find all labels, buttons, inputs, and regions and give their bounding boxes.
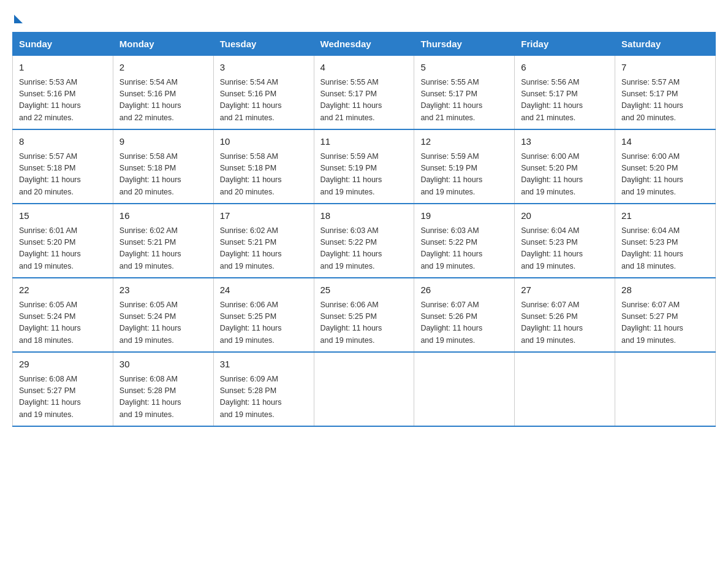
header-row: SundayMondayTuesdayWednesdayThursdayFrid… <box>13 33 716 56</box>
day-cell: 31 Sunrise: 6:09 AM Sunset: 5:28 PM Dayl… <box>213 352 314 426</box>
day-number: 15 <box>19 209 107 223</box>
day-cell <box>414 352 515 426</box>
day-info: Sunrise: 5:55 AM Sunset: 5:17 PM Dayligh… <box>320 77 408 124</box>
day-cell: 1 Sunrise: 5:53 AM Sunset: 5:16 PM Dayli… <box>13 56 113 130</box>
day-cell: 19 Sunrise: 6:03 AM Sunset: 5:22 PM Dayl… <box>414 204 515 278</box>
day-cell: 21 Sunrise: 6:04 AM Sunset: 5:23 PM Dayl… <box>615 204 716 278</box>
day-cell: 6 Sunrise: 5:56 AM Sunset: 5:17 PM Dayli… <box>515 56 615 130</box>
page-header <box>12 12 716 21</box>
day-info: Sunrise: 6:07 AM Sunset: 5:27 PM Dayligh… <box>621 299 709 347</box>
day-info: Sunrise: 6:08 AM Sunset: 5:27 PM Dayligh… <box>19 373 107 421</box>
day-cell: 22 Sunrise: 6:05 AM Sunset: 5:24 PM Dayl… <box>13 278 113 352</box>
day-number: 12 <box>420 135 508 149</box>
day-cell <box>314 352 414 426</box>
day-info: Sunrise: 6:03 AM Sunset: 5:22 PM Dayligh… <box>320 225 408 273</box>
day-cell: 10 Sunrise: 5:58 AM Sunset: 5:18 PM Dayl… <box>213 129 314 204</box>
day-info: Sunrise: 5:58 AM Sunset: 5:18 PM Dayligh… <box>220 151 308 199</box>
day-cell: 2 Sunrise: 5:54 AM Sunset: 5:16 PM Dayli… <box>113 56 213 130</box>
day-number: 1 <box>19 61 107 75</box>
day-cell: 15 Sunrise: 6:01 AM Sunset: 5:20 PM Dayl… <box>13 204 113 278</box>
day-cell: 28 Sunrise: 6:07 AM Sunset: 5:27 PM Dayl… <box>615 278 716 352</box>
day-number: 23 <box>119 283 207 297</box>
day-info: Sunrise: 6:08 AM Sunset: 5:28 PM Dayligh… <box>119 373 207 421</box>
day-info: Sunrise: 5:58 AM Sunset: 5:18 PM Dayligh… <box>119 151 207 199</box>
day-info: Sunrise: 6:07 AM Sunset: 5:26 PM Dayligh… <box>420 299 508 347</box>
day-cell: 18 Sunrise: 6:03 AM Sunset: 5:22 PM Dayl… <box>314 204 414 278</box>
calendar-header: SundayMondayTuesdayWednesdayThursdayFrid… <box>13 33 716 56</box>
day-info: Sunrise: 5:59 AM Sunset: 5:19 PM Dayligh… <box>320 151 408 199</box>
day-info: Sunrise: 6:02 AM Sunset: 5:21 PM Dayligh… <box>220 225 308 273</box>
day-info: Sunrise: 5:59 AM Sunset: 5:19 PM Dayligh… <box>420 151 508 199</box>
day-cell: 12 Sunrise: 5:59 AM Sunset: 5:19 PM Dayl… <box>414 129 515 204</box>
day-info: Sunrise: 6:05 AM Sunset: 5:24 PM Dayligh… <box>19 299 107 347</box>
day-cell: 3 Sunrise: 5:54 AM Sunset: 5:16 PM Dayli… <box>213 56 314 130</box>
day-info: Sunrise: 6:00 AM Sunset: 5:20 PM Dayligh… <box>621 151 709 199</box>
day-number: 29 <box>19 358 107 372</box>
day-cell <box>615 352 716 426</box>
day-number: 6 <box>521 61 609 75</box>
day-cell: 4 Sunrise: 5:55 AM Sunset: 5:17 PM Dayli… <box>314 56 414 130</box>
day-info: Sunrise: 6:04 AM Sunset: 5:23 PM Dayligh… <box>621 225 709 273</box>
calendar-table: SundayMondayTuesdayWednesdayThursdayFrid… <box>12 32 716 427</box>
day-cell: 8 Sunrise: 5:57 AM Sunset: 5:18 PM Dayli… <box>13 129 113 204</box>
day-cell: 17 Sunrise: 6:02 AM Sunset: 5:21 PM Dayl… <box>213 204 314 278</box>
week-row-1: 1 Sunrise: 5:53 AM Sunset: 5:16 PM Dayli… <box>13 56 716 130</box>
day-number: 20 <box>521 209 609 223</box>
day-info: Sunrise: 6:09 AM Sunset: 5:28 PM Dayligh… <box>220 373 308 421</box>
day-cell: 9 Sunrise: 5:58 AM Sunset: 5:18 PM Dayli… <box>113 129 213 204</box>
day-info: Sunrise: 6:07 AM Sunset: 5:26 PM Dayligh… <box>521 299 609 347</box>
day-cell: 23 Sunrise: 6:05 AM Sunset: 5:24 PM Dayl… <box>113 278 213 352</box>
week-row-4: 22 Sunrise: 6:05 AM Sunset: 5:24 PM Dayl… <box>13 278 716 352</box>
day-number: 18 <box>320 209 408 223</box>
day-number: 31 <box>220 358 308 372</box>
day-info: Sunrise: 6:06 AM Sunset: 5:25 PM Dayligh… <box>220 299 308 347</box>
week-row-5: 29 Sunrise: 6:08 AM Sunset: 5:27 PM Dayl… <box>13 352 716 426</box>
day-info: Sunrise: 6:01 AM Sunset: 5:20 PM Dayligh… <box>19 225 107 273</box>
day-number: 27 <box>521 283 609 297</box>
day-info: Sunrise: 5:53 AM Sunset: 5:16 PM Dayligh… <box>19 77 107 124</box>
day-cell: 24 Sunrise: 6:06 AM Sunset: 5:25 PM Dayl… <box>213 278 314 352</box>
logo-triangle-icon <box>14 15 23 23</box>
day-number: 14 <box>621 135 709 149</box>
day-info: Sunrise: 5:54 AM Sunset: 5:16 PM Dayligh… <box>119 77 207 124</box>
day-info: Sunrise: 6:00 AM Sunset: 5:20 PM Dayligh… <box>521 151 609 199</box>
day-number: 2 <box>119 61 207 75</box>
day-number: 25 <box>320 283 408 297</box>
day-number: 30 <box>119 358 207 372</box>
day-cell: 16 Sunrise: 6:02 AM Sunset: 5:21 PM Dayl… <box>113 204 213 278</box>
day-cell: 5 Sunrise: 5:55 AM Sunset: 5:17 PM Dayli… <box>414 56 515 130</box>
day-number: 10 <box>220 135 308 149</box>
calendar-body: 1 Sunrise: 5:53 AM Sunset: 5:16 PM Dayli… <box>13 56 716 427</box>
day-info: Sunrise: 6:05 AM Sunset: 5:24 PM Dayligh… <box>119 299 207 347</box>
header-cell-sunday: Sunday <box>13 33 113 56</box>
day-number: 9 <box>119 135 207 149</box>
day-number: 16 <box>119 209 207 223</box>
day-number: 21 <box>621 209 709 223</box>
day-cell: 11 Sunrise: 5:59 AM Sunset: 5:19 PM Dayl… <box>314 129 414 204</box>
header-cell-friday: Friday <box>515 33 615 56</box>
header-cell-tuesday: Tuesday <box>213 33 314 56</box>
day-cell: 25 Sunrise: 6:06 AM Sunset: 5:25 PM Dayl… <box>314 278 414 352</box>
day-number: 4 <box>320 61 408 75</box>
day-number: 19 <box>420 209 508 223</box>
day-number: 22 <box>19 283 107 297</box>
week-row-2: 8 Sunrise: 5:57 AM Sunset: 5:18 PM Dayli… <box>13 129 716 204</box>
day-info: Sunrise: 6:03 AM Sunset: 5:22 PM Dayligh… <box>420 225 508 273</box>
day-number: 5 <box>420 61 508 75</box>
day-info: Sunrise: 5:54 AM Sunset: 5:16 PM Dayligh… <box>220 77 308 124</box>
day-info: Sunrise: 5:55 AM Sunset: 5:17 PM Dayligh… <box>420 77 508 124</box>
day-info: Sunrise: 6:02 AM Sunset: 5:21 PM Dayligh… <box>119 225 207 273</box>
day-info: Sunrise: 6:04 AM Sunset: 5:23 PM Dayligh… <box>521 225 609 273</box>
day-number: 11 <box>320 135 408 149</box>
day-cell: 30 Sunrise: 6:08 AM Sunset: 5:28 PM Dayl… <box>113 352 213 426</box>
day-number: 26 <box>420 283 508 297</box>
day-cell: 29 Sunrise: 6:08 AM Sunset: 5:27 PM Dayl… <box>13 352 113 426</box>
day-cell: 26 Sunrise: 6:07 AM Sunset: 5:26 PM Dayl… <box>414 278 515 352</box>
day-cell: 7 Sunrise: 5:57 AM Sunset: 5:17 PM Dayli… <box>615 56 716 130</box>
week-row-3: 15 Sunrise: 6:01 AM Sunset: 5:20 PM Dayl… <box>13 204 716 278</box>
header-cell-thursday: Thursday <box>414 33 515 56</box>
day-number: 7 <box>621 61 709 75</box>
day-info: Sunrise: 5:56 AM Sunset: 5:17 PM Dayligh… <box>521 77 609 124</box>
header-cell-saturday: Saturday <box>615 33 716 56</box>
day-number: 13 <box>521 135 609 149</box>
